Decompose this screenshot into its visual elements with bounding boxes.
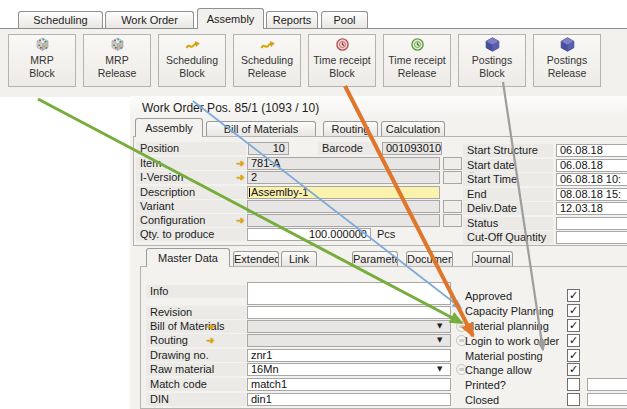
chevron-down-icon[interactable]: ▼ [437, 323, 442, 330]
button-label: MRP [9, 54, 75, 67]
i-version-extra-field[interactable] [443, 171, 462, 184]
tab-reports[interactable]: Reports [266, 11, 318, 28]
login-to-work-order-checkbox[interactable]: ✓ [567, 334, 580, 347]
button-sublabel: Block [9, 67, 75, 80]
barcode-label: Barcode [318, 142, 378, 155]
tab-wo-bill-of-materials[interactable]: Bill of Materials [206, 121, 316, 136]
scheduling-block-button[interactable]: Scheduling Block [158, 34, 226, 87]
postings-release-button[interactable]: Postings Release [533, 34, 601, 87]
postings-cube-icon [459, 35, 525, 54]
description-field[interactable]: Assemlby-1 [247, 186, 440, 199]
link-arrow-icon[interactable]: ➜ [206, 334, 217, 347]
button-label: Scheduling [159, 54, 225, 67]
variant-extra-field[interactable] [443, 200, 462, 213]
din-field[interactable]: din1 [247, 393, 451, 406]
mrp-release-button[interactable]: MRP Release [83, 34, 151, 87]
tab-pool[interactable]: Pool [321, 11, 368, 28]
time-receipt-release-button[interactable]: Time receipt Release [383, 34, 451, 87]
printed-extra-field[interactable] [587, 378, 627, 391]
tab-master-data[interactable]: Master Data [146, 248, 230, 267]
chevron-down-icon[interactable]: ▼ [437, 366, 442, 373]
start-date-field[interactable]: 06.08.18 [556, 159, 627, 172]
status-label: Status [463, 217, 553, 230]
link-arrow-icon[interactable]: ➜ [206, 320, 217, 333]
i-version-field[interactable]: 2 [247, 171, 440, 184]
start-time-field[interactable]: 06.08.18 10: [556, 173, 627, 186]
button-label: Time receipt [384, 54, 450, 67]
tab-parameter[interactable]: Parameter [352, 251, 398, 266]
button-sublabel: Release [384, 67, 450, 80]
button-label: Postings [534, 54, 600, 67]
button-sublabel: Block [159, 67, 225, 80]
mrp-block-button[interactable]: MRP Block [8, 34, 76, 87]
closed-extra-field[interactable] [587, 393, 627, 406]
scheduling-release-button[interactable]: Scheduling Release [233, 34, 301, 87]
link-arrow-icon[interactable]: ➜ [236, 214, 247, 227]
end-field[interactable]: 08.08.18 15: [556, 188, 627, 201]
raw-material-combo[interactable]: 16Mn [247, 363, 451, 376]
tab-work-order[interactable]: Work Order [105, 11, 194, 28]
chevron-down-icon[interactable]: ▼ [437, 337, 442, 344]
change-allow-checkbox[interactable]: ✓ [567, 363, 580, 376]
drawing-no-field[interactable]: znr1 [247, 349, 451, 362]
tab-wo-assembly[interactable]: Assembly [135, 118, 203, 137]
postings-block-button[interactable]: Postings Block [458, 34, 526, 87]
tab-documents[interactable]: Documents [406, 251, 453, 266]
din-label: DIN [146, 393, 246, 406]
closed-checkbox[interactable] [567, 393, 580, 406]
item-extra-field[interactable] [443, 157, 462, 170]
material-posting-checkbox[interactable]: ✓ [567, 349, 580, 362]
position-field[interactable]: 10 [248, 142, 289, 155]
toolbar: MRP Block MRP Release Scheduling Block S… [0, 28, 627, 97]
button-sublabel: Block [459, 67, 525, 80]
info-textarea[interactable] [247, 282, 451, 305]
tab-assembly[interactable]: Assembly [197, 8, 264, 29]
tab-extended[interactable]: Extended [233, 251, 279, 266]
start-structure-field[interactable]: 06.08.18 [556, 144, 627, 157]
material-posting-label: Material posting [465, 350, 565, 363]
cut-off-quantity-label: Cut-Off Quantity [463, 231, 553, 244]
deliv-date-label: Deliv.Date [463, 202, 553, 215]
printed-checkbox[interactable] [567, 378, 580, 391]
match-code-field[interactable]: match1 [247, 378, 451, 391]
end-label: End [463, 188, 553, 201]
bill-of-materials-label: Bill of Materials [146, 320, 246, 333]
button-sublabel: Block [309, 67, 375, 80]
cut-off-quantity-field[interactable] [556, 231, 627, 244]
qty-to-produce-label: Qty. to produce [136, 228, 246, 241]
tab-scheduling[interactable]: Scheduling [18, 11, 103, 28]
barcode-field[interactable]: 001093010 [382, 142, 442, 155]
link-arrow-icon[interactable]: ➜ [236, 171, 247, 184]
button-label: Time receipt [309, 54, 375, 67]
button-sublabel: Release [84, 67, 150, 80]
routing-combo[interactable] [247, 334, 451, 347]
tab-wo-calculation[interactable]: Calculation [381, 121, 445, 136]
capacity-planning-checkbox[interactable]: ✓ [567, 304, 580, 317]
time-receipt-block-button[interactable]: Time receipt Block [308, 34, 376, 87]
material-planning-checkbox[interactable]: ✓ [567, 319, 580, 332]
variant-label: Variant [136, 200, 246, 213]
raw-material-label: Raw material [146, 363, 246, 376]
tab-wo-routing[interactable]: Routing [323, 121, 378, 136]
qty-unit-label: Pcs [377, 228, 407, 241]
deliv-date-field[interactable]: 12.03.18 [556, 202, 627, 215]
item-label: Item [136, 157, 246, 170]
tab-link[interactable]: Link [281, 251, 317, 266]
tab-journal[interactable]: Journal [472, 251, 513, 266]
qty-to-produce-field[interactable]: 100.000000 [247, 228, 371, 241]
item-field[interactable]: 781-A [247, 157, 440, 170]
button-label: Postings [459, 54, 525, 67]
revision-field[interactable] [247, 306, 451, 319]
position-label: Position [136, 142, 246, 155]
start-structure-label: Start Structure [463, 144, 553, 157]
variant-field[interactable] [247, 200, 440, 213]
configuration-extra-field[interactable] [443, 214, 462, 227]
approved-checkbox[interactable]: ✓ [567, 289, 580, 302]
status-field[interactable] [556, 217, 627, 230]
configuration-field[interactable] [247, 214, 440, 227]
configuration-label: Configuration [136, 214, 246, 227]
bill-of-materials-combo[interactable] [247, 320, 451, 333]
link-arrow-icon[interactable]: ➜ [236, 157, 247, 170]
button-sublabel: Release [534, 67, 600, 80]
change-allow-label: Change allow [465, 364, 565, 377]
